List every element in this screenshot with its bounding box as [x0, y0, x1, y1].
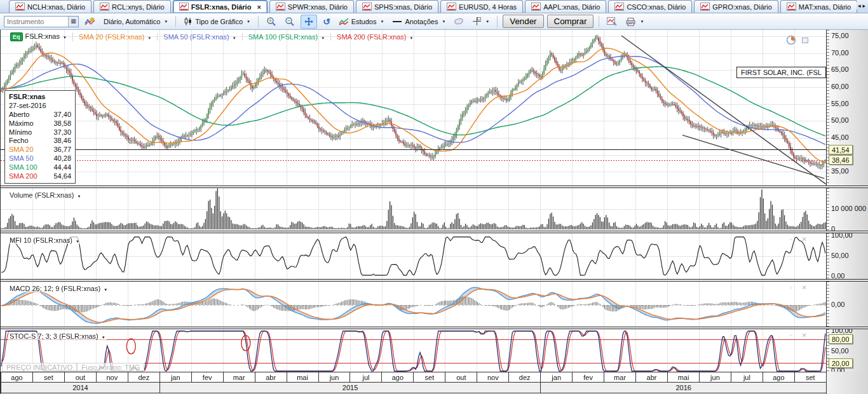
- symbol-dropdown[interactable]: EqFSLR:xnas ▼: [4, 32, 73, 41]
- tab-scroll-right-icon[interactable]: ▸: [862, 3, 865, 9]
- tab-scroll-nav: ◂ ▸: [857, 2, 867, 10]
- tab-rcl[interactable]: RCL:xnys, Diário: [93, 0, 171, 13]
- pan-tool-button[interactable]: [301, 15, 317, 29]
- buy-button[interactable]: Comprar: [547, 15, 594, 28]
- zoom-out-button[interactable]: [282, 15, 297, 28]
- undo-button[interactable]: ↺: [320, 17, 333, 27]
- legend-sma-100[interactable]: SMA 100 (FSLR:xnas) ▼: [243, 33, 331, 41]
- period-dropdown[interactable]: Diário, Automático▼: [101, 17, 170, 27]
- month-cell: jul: [349, 372, 381, 383]
- axis-label: 100,00: [831, 233, 853, 239]
- axis-label: 0,00: [831, 272, 844, 279]
- equity-icon: Eq: [10, 32, 23, 41]
- macd-plot[interactable]: [1, 282, 826, 327]
- month-cell: jan: [540, 372, 572, 383]
- crosshair-info-dropdown[interactable]: ▼: [470, 15, 492, 27]
- tab-close-icon[interactable]: ×: [257, 3, 261, 11]
- chevron-down-icon: ▼: [78, 194, 81, 198]
- sell-button[interactable]: Vender: [503, 15, 543, 28]
- month-cell: nov: [96, 372, 128, 383]
- eraser-icon: [454, 17, 464, 25]
- chart-legend: EqFSLR:xnas ▼ SMA 20 (FSLR:xnas) ▼SMA 50…: [4, 32, 419, 41]
- axis-label: 75,00: [831, 32, 849, 39]
- mfi-label-dropdown[interactable]: MFI 10 (FSLR:xnas) ▼: [8, 236, 81, 244]
- chevron-down-icon: ▼: [380, 20, 384, 24]
- info-row: Máximo38,58: [9, 119, 71, 128]
- tab-mat[interactable]: MAT:xnas, Diário: [780, 0, 857, 13]
- month-cell: abr: [635, 372, 667, 383]
- studies-dropdown[interactable]: Estudos▼: [336, 16, 387, 27]
- zoom-in-icon: [266, 17, 276, 27]
- macd-label-dropdown[interactable]: MACD 26; 12; 9 (FSLR:xnas) ▼: [8, 285, 109, 292]
- eraser-button[interactable]: [451, 16, 466, 27]
- month-cell: set: [32, 372, 64, 383]
- chart-type-dropdown[interactable]: Tipo de Gráfico▼: [181, 15, 253, 27]
- clock-icon[interactable]: [786, 35, 796, 45]
- month-cell: nov: [477, 372, 508, 383]
- stochastic-panel-icons[interactable]: ▫ ✕: [790, 332, 811, 339]
- main-chart-plot[interactable]: [1, 30, 826, 186]
- legend-sma-20[interactable]: SMA 20 (FSLR:xnas) ▼: [73, 33, 158, 41]
- tab-sphs[interactable]: SPHS:xnas, Diário: [356, 0, 438, 13]
- price-axis[interactable]: 75,0070,0065,0060,0055,0050,0045,0035,00…: [826, 30, 868, 186]
- ohlc-info-box: FSLR:xnas 27-set-2016 Aberto37,40Máximo3…: [4, 90, 76, 184]
- tab-label: SPWR:xnas, Diário: [288, 3, 348, 11]
- axis-label: 35,00: [831, 167, 849, 175]
- tab-gpro[interactable]: GPRO:xnas, Diário: [694, 0, 778, 13]
- year-cell: 2016: [540, 383, 826, 393]
- month-cell: ago: [1, 372, 32, 383]
- tab-label: CSCO:xnas, Diário: [627, 3, 686, 11]
- info-date: 27-set-2016: [9, 102, 46, 111]
- year-cell: 2014: [1, 383, 159, 393]
- stochastic-label-dropdown[interactable]: STOC-S 7; 3; 3 (FSLR:xnas) ▼: [8, 332, 107, 340]
- tab-spwr[interactable]: SPWR:xnas, Diário: [269, 0, 354, 13]
- candlestick-icon: [184, 17, 193, 26]
- axis-label: 55,00: [831, 100, 849, 107]
- legend-sma-50[interactable]: SMA 50 (FSLR:xnas) ▼: [158, 33, 242, 41]
- chart-star-icon: [85, 17, 95, 26]
- price-tag: 38,46: [829, 155, 853, 165]
- month-cell: mai: [287, 372, 318, 383]
- line-tool-icon: [392, 19, 402, 24]
- zoom-in-button[interactable]: [264, 15, 279, 28]
- main-price-panel: EqFSLR:xnas ▼ SMA 20 (FSLR:xnas) ▼SMA 50…: [1, 30, 826, 186]
- restore-panel-icon[interactable]: [802, 37, 808, 43]
- print-dropdown[interactable]: ▼: [623, 16, 646, 27]
- tab-csco[interactable]: CSCO:xnas, Diário: [608, 0, 692, 13]
- month-cell: dez: [508, 372, 540, 383]
- tab-label: AAPL:xnas, Diário: [543, 3, 600, 11]
- month-cell: fev: [572, 372, 604, 383]
- tab-label: GPRO:xnas, Diário: [712, 3, 772, 11]
- time-axis: agosetoutnovdezjanfevmarabrmaijunjulagos…: [1, 372, 868, 394]
- volume-label-dropdown[interactable]: Volume (FSLR:xnas) ▼: [8, 191, 83, 199]
- month-cell: set: [794, 372, 826, 383]
- chart-edit-icon[interactable]: [82, 15, 98, 27]
- macd-panel-icons[interactable]: ▫ ✕: [790, 284, 811, 291]
- annotations-dropdown[interactable]: Anotações▼: [390, 17, 448, 27]
- tab-scroll-left-icon[interactable]: ◂: [858, 3, 861, 9]
- instrument-list-icon[interactable]: ▦: [68, 17, 78, 27]
- axis-label: 0: [831, 225, 835, 231]
- tab-aapl[interactable]: AAPL:xnas, Diário: [525, 0, 606, 13]
- info-row: Fecho38,46: [9, 137, 71, 146]
- month-cell: abr: [255, 372, 287, 383]
- tab-eurusd[interactable]: EURUSD, 4 Horas: [440, 0, 523, 13]
- instrument-input[interactable]: [4, 18, 68, 25]
- mfi-panel-icons[interactable]: ▫ ✕: [790, 236, 811, 243]
- legend-sma-200[interactable]: SMA 200 (FSLR:xnas) ▼: [331, 33, 419, 41]
- month-cell: dez: [128, 372, 159, 383]
- mfi-plot[interactable]: [1, 233, 826, 279]
- tab-label: SPHS:xnas, Diário: [374, 3, 432, 11]
- mfi-axis: 100,0050,000,00: [826, 233, 868, 279]
- volume-plot[interactable]: [1, 188, 826, 231]
- tab-nclh[interactable]: NCLH:xnas, Diário: [9, 0, 92, 13]
- chart-settings-button[interactable]: [604, 16, 620, 27]
- indicative-price-note: PREÇO INDICATIVOFuso horário: TMG: [2, 363, 144, 371]
- chevron-down-icon: ▼: [63, 36, 67, 39]
- price-tag: 80,00: [829, 334, 853, 344]
- month-cell: ago: [763, 372, 794, 383]
- month-cell: ago: [381, 372, 413, 383]
- volume-axis: 10 000 0000: [826, 188, 868, 231]
- stochastic-axis: 100,0080,0050,0020,000,00: [826, 329, 868, 372]
- tab-fslr[interactable]: FSLR:xnas, Diário×: [173, 0, 268, 13]
